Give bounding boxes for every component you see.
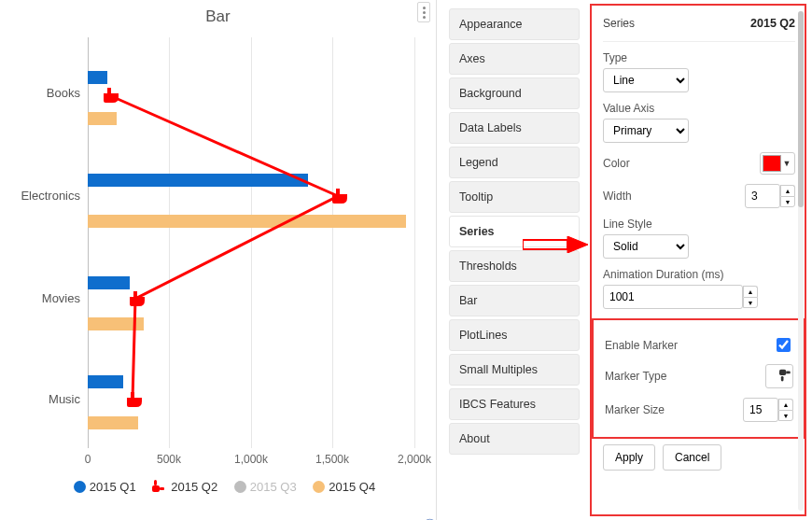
annotation-arrow-icon [523, 236, 588, 253]
menu-small-multiples[interactable]: Small Multiples [449, 354, 580, 386]
hand-icon[interactable] [152, 480, 167, 493]
marker-size-label: Marker Size [605, 403, 665, 416]
bar-q1[interactable] [88, 276, 130, 289]
menu-bar[interactable]: Bar [449, 285, 580, 316]
type-select[interactable]: Line [603, 68, 689, 92]
menu-appearance[interactable]: Appearance [449, 8, 580, 40]
menu-legend[interactable]: Legend [449, 147, 580, 178]
chart-menu-handle[interactable] [417, 2, 430, 22]
color-swatch-icon [763, 155, 781, 172]
chart-pane: Bar Books Electronics Movies Music 0 500… [0, 0, 437, 520]
menu-background[interactable]: Background [449, 77, 580, 109]
bar-q4[interactable] [88, 317, 144, 330]
legend-swatch-q1[interactable] [74, 481, 86, 493]
y-category-label: Music [0, 392, 80, 406]
spin-up[interactable]: ▲ [778, 399, 793, 410]
cancel-button[interactable]: Cancel [663, 444, 721, 471]
scrollbar[interactable] [798, 11, 804, 511]
enable-marker-checkbox[interactable] [777, 338, 791, 352]
menu-axes[interactable]: Axes [449, 43, 580, 75]
marker-type-picker[interactable] [765, 364, 793, 388]
x-tick: 2,000k [386, 453, 442, 466]
enable-marker-label: Enable Marker [605, 339, 678, 352]
menu-thresholds[interactable]: Thresholds [449, 250, 580, 282]
x-tick: 0 [60, 453, 116, 466]
legend-swatch-q3[interactable] [234, 481, 246, 493]
bar-q1[interactable] [88, 375, 123, 388]
chevron-down-icon: ▼ [781, 159, 792, 168]
legend-label[interactable]: 2015 Q2 [171, 480, 217, 494]
spin-up[interactable]: ▲ [780, 185, 795, 196]
bar-q1[interactable] [88, 71, 107, 84]
legend: 2015 Q1 2015 Q2 2015 Q3 2015 Q4 [0, 480, 436, 494]
props-header-label: Series [603, 17, 635, 30]
marker-type-label: Marker Type [605, 370, 666, 383]
width-stepper[interactable] [745, 184, 780, 208]
width-label: Width [603, 190, 632, 203]
legend-label[interactable]: 2015 Q4 [329, 480, 375, 494]
apply-button[interactable]: Apply [603, 444, 655, 471]
y-category-label: Books [0, 86, 80, 100]
menu-tooltip[interactable]: Tooltip [449, 181, 580, 213]
bar-q4[interactable] [88, 416, 138, 429]
spin-down[interactable]: ▼ [780, 196, 795, 207]
menu-data-labels[interactable]: Data Labels [449, 112, 580, 144]
x-tick: 1,500k [304, 453, 360, 466]
y-category-label: Movies [0, 291, 80, 305]
spin-down[interactable]: ▼ [743, 297, 758, 308]
x-tick: 500k [141, 453, 197, 466]
marker-size-stepper[interactable] [743, 398, 778, 422]
line-style-select[interactable]: Solid [603, 234, 689, 259]
bar-q4[interactable] [88, 215, 406, 228]
type-label: Type [603, 51, 795, 64]
color-label: Color [603, 157, 630, 170]
chart-title: Bar [0, 0, 436, 26]
y-category-label: Electronics [0, 189, 80, 203]
series-properties-panel: Series 2015 Q2 Type Line Value Axis Prim… [590, 4, 806, 516]
svg-rect-0 [523, 240, 567, 249]
editor-menu: Appearance Axes Background Data Labels L… [445, 0, 583, 520]
props-header-value: 2015 Q2 [750, 17, 795, 30]
marker-section: Enable Marker Marker Type Marker Size ▲ … [592, 318, 805, 439]
plot-area [88, 37, 414, 448]
value-axis-select[interactable]: Primary [603, 119, 689, 143]
menu-ibcs-features[interactable]: IBCS Features [449, 388, 580, 420]
legend-swatch-q4[interactable] [313, 481, 325, 493]
spin-up[interactable]: ▲ [743, 286, 758, 297]
legend-label[interactable]: 2015 Q3 [250, 480, 297, 494]
menu-plotlines[interactable]: PlotLines [449, 319, 580, 351]
animation-duration-label: Animation Duration (ms) [603, 268, 795, 281]
line-style-label: Line Style [603, 218, 795, 231]
spin-down[interactable]: ▼ [778, 410, 793, 421]
svg-marker-1 [567, 236, 588, 253]
bar-q4[interactable] [88, 112, 117, 125]
value-axis-label: Value Axis [603, 102, 795, 115]
bar-q1[interactable] [88, 174, 308, 187]
legend-label[interactable]: 2015 Q1 [90, 480, 136, 494]
scrollbar-thumb[interactable] [798, 11, 804, 207]
color-picker[interactable]: ▼ [760, 152, 795, 175]
x-tick: 1,000k [223, 453, 279, 466]
menu-about[interactable]: About [449, 423, 580, 455]
animation-duration-stepper[interactable] [603, 285, 743, 309]
